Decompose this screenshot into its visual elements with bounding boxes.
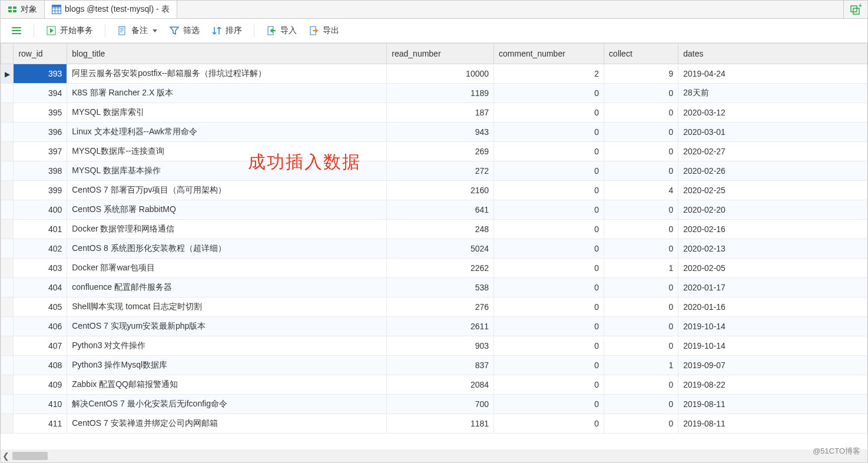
row-gutter[interactable] xyxy=(1,297,14,317)
table-row[interactable]: 401Docker 数据管理和网络通信248002020-02-16 xyxy=(1,220,867,239)
cell-read-number[interactable]: 2262 xyxy=(387,259,494,278)
cell-blog-title[interactable]: Linux 文本处理利器--Awk常用命令 xyxy=(67,123,387,142)
cell-comment-number[interactable]: 0 xyxy=(494,336,604,356)
cell-read-number[interactable]: 837 xyxy=(387,356,494,375)
cell-dates[interactable]: 2019-09-07 xyxy=(678,356,867,375)
table-row[interactable]: 395MYSQL 数据库索引187002020-03-12 xyxy=(1,103,867,123)
col-collect[interactable]: collect xyxy=(604,44,678,64)
cell-blog-title[interactable]: Docker 数据管理和网络通信 xyxy=(67,220,387,239)
row-gutter[interactable] xyxy=(1,375,14,395)
row-gutter[interactable] xyxy=(1,200,14,220)
cell-row-id[interactable]: 393 xyxy=(14,64,67,84)
cell-row-id[interactable]: 395 xyxy=(14,103,67,123)
cell-blog-title[interactable]: 解决CentOS 7 最小化安装后无ifconfig命令 xyxy=(67,395,387,414)
cell-row-id[interactable]: 398 xyxy=(14,161,67,181)
table-row[interactable]: 406CentOS 7 实现yum安装最新php版本2611002019-10-… xyxy=(1,317,867,336)
cell-collect[interactable]: 0 xyxy=(604,278,678,297)
cell-blog-title[interactable]: CentOS 7 实现yum安装最新php版本 xyxy=(67,317,387,336)
cell-row-id[interactable]: 399 xyxy=(14,181,67,200)
cell-dates[interactable]: 2020-03-01 xyxy=(678,123,867,142)
col-read-number[interactable]: read_number xyxy=(387,44,494,64)
cell-collect[interactable]: 0 xyxy=(604,336,678,356)
cell-comment-number[interactable]: 0 xyxy=(494,278,604,297)
tab-object[interactable]: 对象 xyxy=(1,1,45,18)
cell-collect[interactable]: 1 xyxy=(604,356,678,375)
cell-dates[interactable]: 2019-08-11 xyxy=(678,414,867,434)
cell-comment-number[interactable]: 2 xyxy=(494,64,604,84)
table-row[interactable]: 402CentOS 8 系统图形化安装教程（超详细）5024002020-02-… xyxy=(1,239,867,259)
cell-read-number[interactable]: 2611 xyxy=(387,317,494,336)
row-gutter[interactable] xyxy=(1,356,14,375)
table-row[interactable]: 411CentOS 7 安装禅道并绑定公司内网邮箱1181002019-08-1… xyxy=(1,414,867,434)
col-blog-title[interactable]: blog_title xyxy=(67,44,387,64)
table-row[interactable]: 400CentOS 系统部署 RabbitMQ641002020-02-20 xyxy=(1,200,867,220)
row-gutter[interactable] xyxy=(1,220,14,239)
cell-collect[interactable]: 0 xyxy=(604,414,678,434)
cell-comment-number[interactable]: 0 xyxy=(494,395,604,414)
cell-dates[interactable]: 2020-01-16 xyxy=(678,297,867,317)
cell-row-id[interactable]: 405 xyxy=(14,297,67,317)
cell-dates[interactable]: 2019-08-22 xyxy=(678,375,867,395)
cell-comment-number[interactable]: 0 xyxy=(494,181,604,200)
cell-read-number[interactable]: 903 xyxy=(387,336,494,356)
table-row[interactable]: ▶393阿里云服务器安装postfix--邮箱服务（排坑过程详解）1000029… xyxy=(1,64,867,84)
cell-comment-number[interactable]: 0 xyxy=(494,103,604,123)
cell-dates[interactable]: 2020-02-27 xyxy=(678,142,867,161)
cell-blog-title[interactable]: CentOS 系统部署 RabbitMQ xyxy=(67,200,387,220)
row-gutter[interactable] xyxy=(1,336,14,356)
cell-dates[interactable]: 2020-02-26 xyxy=(678,161,867,181)
cell-comment-number[interactable]: 0 xyxy=(494,375,604,395)
table-row[interactable]: 410解决CentOS 7 最小化安装后无ifconfig命令700002019… xyxy=(1,395,867,414)
cell-comment-number[interactable]: 0 xyxy=(494,259,604,278)
cell-row-id[interactable]: 406 xyxy=(14,317,67,336)
cell-collect[interactable]: 0 xyxy=(604,220,678,239)
cell-collect[interactable]: 0 xyxy=(604,317,678,336)
cell-row-id[interactable]: 402 xyxy=(14,239,67,259)
row-gutter[interactable] xyxy=(1,239,14,259)
cell-read-number[interactable]: 276 xyxy=(387,297,494,317)
cell-collect[interactable]: 0 xyxy=(604,103,678,123)
cell-comment-number[interactable]: 0 xyxy=(494,297,604,317)
cell-row-id[interactable]: 407 xyxy=(14,336,67,356)
cell-row-id[interactable]: 400 xyxy=(14,200,67,220)
cell-read-number[interactable]: 1189 xyxy=(387,84,494,103)
cell-blog-title[interactable]: K8S 部署 Rancher 2.X 版本 xyxy=(67,84,387,103)
cell-read-number[interactable]: 248 xyxy=(387,220,494,239)
cell-blog-title[interactable]: Zabbix 配置QQ邮箱报警通知 xyxy=(67,375,387,395)
cell-read-number[interactable]: 2084 xyxy=(387,375,494,395)
cell-row-id[interactable]: 411 xyxy=(14,414,67,434)
cell-read-number[interactable]: 943 xyxy=(387,123,494,142)
cell-collect[interactable]: 1 xyxy=(604,259,678,278)
import-button[interactable]: 导入 xyxy=(261,23,302,38)
cell-read-number[interactable]: 10000 xyxy=(387,64,494,84)
table-row[interactable]: 399CentOS 7 部署百万pv项目（高可用架构）2160042020-02… xyxy=(1,181,867,200)
cell-dates[interactable]: 2020-02-13 xyxy=(678,239,867,259)
cell-collect[interactable]: 0 xyxy=(604,123,678,142)
cell-blog-title[interactable]: confluence 配置邮件服务器 xyxy=(67,278,387,297)
table-row[interactable]: 397MYSQL数据库--连接查询269002020-02-27 xyxy=(1,142,867,161)
table-row[interactable]: 404confluence 配置邮件服务器538002020-01-17 xyxy=(1,278,867,297)
row-gutter[interactable] xyxy=(1,259,14,278)
cell-blog-title[interactable]: Shell脚本实现 tomcat 日志定时切割 xyxy=(67,297,387,317)
filter-button[interactable]: 筛选 xyxy=(164,23,204,38)
table-row[interactable]: 396Linux 文本处理利器--Awk常用命令943002020-03-01 xyxy=(1,123,867,142)
cell-comment-number[interactable]: 0 xyxy=(494,414,604,434)
cell-read-number[interactable]: 272 xyxy=(387,161,494,181)
row-gutter[interactable] xyxy=(1,181,14,200)
cell-collect[interactable]: 0 xyxy=(604,142,678,161)
cell-read-number[interactable]: 700 xyxy=(387,395,494,414)
tab-table[interactable]: blogs @test (test-mysql) - 表 xyxy=(45,1,177,18)
row-gutter[interactable] xyxy=(1,142,14,161)
row-gutter[interactable] xyxy=(1,317,14,336)
cell-read-number[interactable]: 1181 xyxy=(387,414,494,434)
horizontal-scrollbar[interactable]: ❮ xyxy=(1,449,867,462)
cell-dates[interactable]: 2020-02-25 xyxy=(678,181,867,200)
cell-collect[interactable]: 0 xyxy=(604,161,678,181)
row-gutter[interactable] xyxy=(1,161,14,181)
cell-dates[interactable]: 2019-10-14 xyxy=(678,336,867,356)
cell-blog-title[interactable]: CentOS 8 系统图形化安装教程（超详细） xyxy=(67,239,387,259)
scroll-thumb[interactable] xyxy=(12,452,48,460)
cell-dates[interactable]: 2020-03-12 xyxy=(678,103,867,123)
cell-comment-number[interactable]: 0 xyxy=(494,356,604,375)
sort-button[interactable]: 排序 xyxy=(207,23,247,38)
